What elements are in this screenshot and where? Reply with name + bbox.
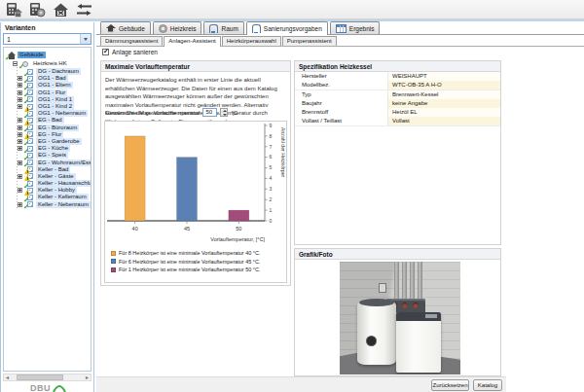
- tree-item[interactable]: Keller - Bad: [4, 166, 91, 173]
- spin-down-icon[interactable]: [221, 113, 227, 117]
- expand-icon[interactable]: [18, 132, 22, 137]
- expand-icon[interactable]: [18, 90, 22, 95]
- tree-item[interactable]: ✓OG1 - Bad: [4, 75, 91, 82]
- dropdown-button[interactable]: [80, 34, 91, 44]
- tree-item[interactable]: EG - Bad: [4, 117, 91, 124]
- tree-item[interactable]: ✓Keller - Nebenraum: [4, 201, 91, 208]
- tree-item[interactable]: Keller - Hobby: [4, 187, 91, 194]
- tree-item-label: Heizkreis HK: [31, 60, 69, 67]
- subtab-heizkoerperauswahl[interactable]: Heizkörperauswahl: [222, 36, 281, 46]
- calc-house-icon[interactable]: [6, 2, 22, 18]
- spec-value[interactable]: Heizöl EL: [387, 108, 500, 117]
- tree-item[interactable]: ✓EG - Garderobe: [4, 138, 91, 145]
- legend-swatch: [111, 259, 116, 264]
- svg-text:9: 9: [270, 123, 273, 128]
- status-ok-icon: ✓: [23, 196, 29, 203]
- tree-item[interactable]: OG1 - Kind 2: [4, 103, 91, 110]
- sub-tab-bar: DämmungsassistentAnlagen-AssistentHeizkö…: [96, 36, 584, 47]
- expand-icon[interactable]: [18, 202, 22, 207]
- status-warning-icon: [24, 190, 30, 196]
- tree-item-label: EG - Büroraum: [36, 125, 79, 131]
- legend-swatch: [111, 267, 116, 272]
- tree-item[interactable]: ✓OG1 - Eltern: [4, 82, 91, 89]
- vorlauftemperatur-input[interactable]: 50: [202, 108, 217, 117]
- tree-item[interactable]: ✓Heizkreis HK: [4, 59, 91, 68]
- spec-value[interactable]: WEISHAUPT: [387, 72, 500, 81]
- tree-item[interactable]: ✓OG1 - Flur: [4, 89, 91, 96]
- expand-icon[interactable]: [18, 139, 22, 144]
- tree-item[interactable]: ✓Keller - Hausanschlussr.: [4, 180, 91, 187]
- tab-ergebnis[interactable]: Ergebnis: [330, 21, 381, 34]
- tree-item-label: Keller - Gäste: [36, 173, 76, 180]
- tab-gebaeude[interactable]: Gebäude: [100, 21, 151, 34]
- tree-item[interactable]: ✓EG - Büroraum: [4, 125, 91, 131]
- subtab-anlagen-assistent[interactable]: Anlagen-Assistent: [164, 36, 220, 47]
- variants-sidebar: Varianten 1 ✓Gebäude✓Heizkreis HK✓DG - D…: [0, 22, 94, 392]
- bar-chart[interactable]: 0123456789Anzahl der Heizkörper404550Vor…: [105, 122, 286, 244]
- expand-icon[interactable]: [18, 76, 22, 81]
- tree-item[interactable]: ✓DG - Dachraum: [4, 68, 91, 75]
- tab-raum[interactable]: Raum: [203, 21, 243, 34]
- legend-item: Für 6 Heizkörper ist eine minimale Vorla…: [111, 258, 286, 267]
- svg-text:45: 45: [184, 226, 190, 232]
- expand-icon[interactable]: [18, 97, 22, 102]
- tree-item[interactable]: ✓OG1 - Kind 1: [4, 96, 91, 103]
- tree-horizontal-scrollbar[interactable]: ◄ ►: [3, 374, 91, 381]
- collapse-icon[interactable]: [13, 61, 18, 66]
- spec-row: TypBrennwert-Kessel: [295, 90, 500, 99]
- expand-icon[interactable]: [18, 188, 22, 193]
- tree-item[interactable]: EG - Flur: [4, 131, 91, 138]
- dbu-logo-icon: [53, 384, 66, 392]
- scrollbar-thumb[interactable]: [17, 374, 63, 380]
- spec-value[interactable]: Vollast: [387, 117, 500, 125]
- expand-icon[interactable]: [18, 160, 22, 165]
- spinner-row: Gewünschte Max. Vorlauftemperatur 50 °C: [105, 108, 237, 117]
- legend-swatch: [111, 251, 116, 256]
- svg-text:6: 6: [270, 154, 273, 160]
- tree-item-label: EG - Flur: [36, 131, 63, 138]
- subtab-pumpenassistent[interactable]: Pumpenassistent: [282, 36, 337, 46]
- spec-value[interactable]: Brennwert-Kessel: [387, 90, 500, 99]
- anlage-sanieren-checkbox[interactable]: Anlage sanieren: [102, 49, 158, 55]
- katalog-button[interactable]: Katalog: [473, 379, 502, 391]
- tree-item[interactable]: ✓EG - Küche: [4, 145, 91, 152]
- tree-item-label: Keller - Kellerraum: [36, 194, 89, 200]
- tree-item-label: Keller - Nebenraum: [36, 201, 91, 208]
- scroll-right-icon[interactable]: ►: [84, 374, 91, 380]
- tab-heizkreis[interactable]: Heizkreis: [153, 21, 202, 34]
- spec-value[interactable]: keine Angabe: [387, 99, 500, 108]
- tree-item[interactable]: ✓EG - Wohnraum/Essen: [4, 159, 91, 165]
- variant-dropdown[interactable]: 1: [3, 33, 91, 45]
- house-tools-icon[interactable]: [53, 2, 69, 18]
- subtab-daemmungsassistent[interactable]: Dämmungsassistent: [100, 36, 163, 46]
- expand-icon[interactable]: [18, 104, 22, 109]
- spec-value[interactable]: WTC-OB-35 A H-O: [387, 81, 500, 89]
- expand-icon[interactable]: [18, 174, 22, 179]
- tree-item[interactable]: ✓Keller - Kellerraum: [4, 194, 91, 200]
- svg-text:8: 8: [270, 133, 273, 139]
- expand-icon[interactable]: [18, 118, 22, 123]
- scrollbar-track[interactable]: [11, 374, 84, 380]
- dbu-logo: DBU: [30, 383, 66, 392]
- expand-icon[interactable]: [18, 83, 22, 88]
- zuruecksetzen-button[interactable]: Zurücksetzen: [431, 379, 469, 391]
- tree-item[interactable]: ✓EG - Speis: [4, 152, 91, 159]
- spinner-buttons[interactable]: [220, 108, 228, 117]
- tab-label: Ergebnis: [349, 25, 375, 32]
- expand-icon[interactable]: [18, 125, 22, 130]
- checkbox-check-icon[interactable]: [102, 49, 109, 55]
- photo-tank-port: [366, 336, 377, 346]
- calc-circle-icon[interactable]: [29, 2, 46, 18]
- tree-item[interactable]: ✓Gebäude: [4, 51, 91, 59]
- photo-storage-tank: [357, 301, 396, 365]
- swap-arrows-icon[interactable]: [76, 2, 92, 18]
- tree-item-label: EG - Speis: [36, 152, 68, 159]
- tab-sanierungsvorgaben[interactable]: Sanierungsvorgaben: [246, 21, 328, 35]
- scroll-left-icon[interactable]: ◄: [4, 374, 11, 380]
- tree-item-label: OG1 - Kind 1: [36, 96, 74, 103]
- tree-item[interactable]: Keller - Gäste: [4, 173, 91, 180]
- vorlauftemperatur-chart[interactable]: 0123456789Anzahl der Heizkörper404550Vor…: [104, 121, 287, 283]
- status-ok-icon: ✓: [23, 98, 29, 105]
- expand-icon[interactable]: [18, 146, 22, 151]
- tree-item[interactable]: ✓OG1 - Nebenraum: [4, 110, 91, 117]
